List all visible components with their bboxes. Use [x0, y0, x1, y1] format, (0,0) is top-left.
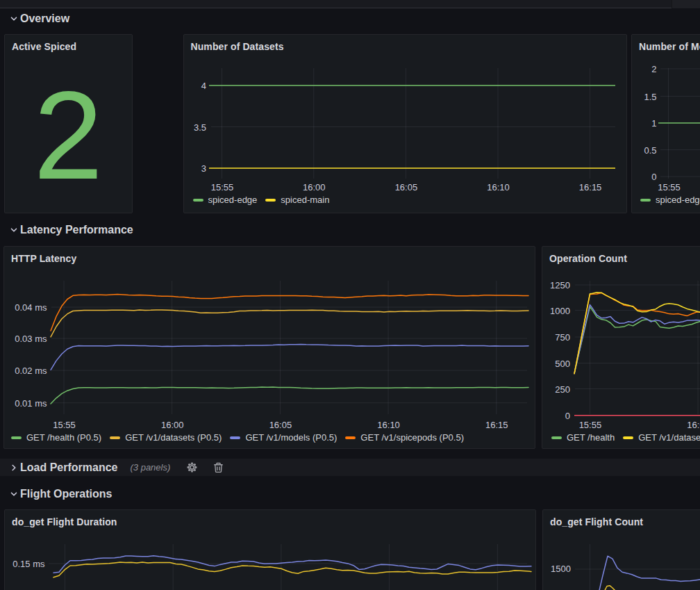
svg-text:2: 2: [651, 64, 656, 74]
svg-text:16:05: 16:05: [269, 420, 292, 430]
svg-text:15:55: 15:55: [53, 420, 76, 430]
svg-text:16:00: 16:00: [303, 182, 326, 192]
svg-text:16:10: 16:10: [487, 182, 510, 192]
svg-text:500: 500: [555, 359, 570, 369]
svg-text:3.5: 3.5: [193, 122, 206, 133]
svg-text:4: 4: [201, 81, 206, 91]
svg-text:0.01 ms: 0.01 ms: [15, 398, 47, 409]
svg-text:0.03 ms: 0.03 ms: [15, 334, 47, 344]
svg-text:0: 0: [565, 411, 570, 421]
svg-text:16:05: 16:05: [394, 182, 417, 192]
svg-text:0: 0: [651, 172, 656, 182]
svg-text:16:15: 16:15: [485, 420, 508, 430]
svg-text:15:55: 15:55: [579, 420, 602, 430]
svg-text:0.15 ms: 0.15 ms: [12, 559, 45, 569]
svg-text:1500: 1500: [551, 564, 571, 574]
svg-text:250: 250: [555, 384, 570, 395]
svg-text:0.5: 0.5: [644, 145, 656, 156]
svg-text:15:55: 15:55: [658, 182, 681, 192]
svg-text:1.5: 1.5: [644, 92, 656, 102]
svg-text:1: 1: [651, 118, 656, 129]
svg-text:1000: 1000: [550, 306, 570, 316]
svg-text:0.04 ms: 0.04 ms: [15, 302, 47, 313]
svg-text:750: 750: [555, 332, 570, 343]
svg-text:15:55: 15:55: [210, 182, 233, 192]
svg-text:0.02 ms: 0.02 ms: [15, 366, 47, 376]
svg-text:16:15: 16:15: [578, 182, 601, 192]
svg-text:3: 3: [201, 163, 206, 174]
svg-text:16:10: 16:10: [377, 420, 400, 430]
svg-text:1250: 1250: [550, 280, 570, 290]
svg-text:16:00: 16:00: [687, 420, 700, 430]
svg-text:16:00: 16:00: [161, 420, 184, 430]
